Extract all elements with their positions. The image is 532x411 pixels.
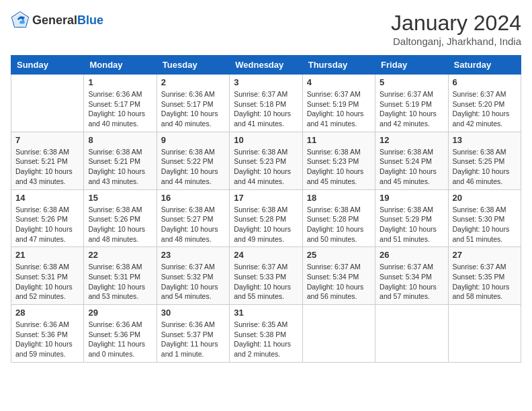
calendar-day-cell: 4Sunrise: 6:37 AMSunset: 5:19 PMDaylight… xyxy=(302,75,375,132)
day-info: Sunrise: 6:38 AMSunset: 5:25 PMDaylight:… xyxy=(453,147,517,187)
day-number: 26 xyxy=(380,250,443,260)
day-number: 31 xyxy=(234,308,298,318)
calendar-day-cell xyxy=(302,305,375,363)
day-info: Sunrise: 6:36 AMSunset: 5:17 PMDaylight:… xyxy=(161,89,225,129)
location-text: Daltonganj, Jharkhand, India xyxy=(391,36,521,47)
day-number: 23 xyxy=(161,250,225,260)
day-number: 28 xyxy=(15,308,79,318)
calendar-day-cell: 21Sunrise: 6:38 AMSunset: 5:31 PMDayligh… xyxy=(11,247,84,305)
day-number: 18 xyxy=(307,193,371,203)
calendar-day-cell: 13Sunrise: 6:38 AMSunset: 5:25 PMDayligh… xyxy=(448,132,521,189)
day-info: Sunrise: 6:37 AMSunset: 5:34 PMDaylight:… xyxy=(307,262,371,302)
day-number: 20 xyxy=(453,193,517,203)
calendar-day-cell: 22Sunrise: 6:38 AMSunset: 5:31 PMDayligh… xyxy=(84,247,157,305)
day-number: 17 xyxy=(234,193,298,203)
day-info: Sunrise: 6:36 AMSunset: 5:37 PMDaylight:… xyxy=(161,320,225,359)
day-info: Sunrise: 6:37 AMSunset: 5:35 PMDaylight:… xyxy=(453,262,517,302)
calendar-day-cell: 9Sunrise: 6:38 AMSunset: 5:22 PMDaylight… xyxy=(157,132,229,189)
day-number: 2 xyxy=(161,77,225,87)
day-number: 16 xyxy=(161,193,225,203)
day-info: Sunrise: 6:38 AMSunset: 5:23 PMDaylight:… xyxy=(234,147,298,187)
calendar-table: SundayMondayTuesdayWednesdayThursdayFrid… xyxy=(11,55,521,363)
logo-blue-text: Blue xyxy=(77,13,103,27)
day-number: 22 xyxy=(88,250,152,260)
day-info: Sunrise: 6:38 AMSunset: 5:28 PMDaylight:… xyxy=(234,205,298,244)
day-info: Sunrise: 6:38 AMSunset: 5:30 PMDaylight:… xyxy=(453,205,517,244)
day-info: Sunrise: 6:38 AMSunset: 5:21 PMDaylight:… xyxy=(88,147,152,187)
calendar-day-cell: 11Sunrise: 6:38 AMSunset: 5:23 PMDayligh… xyxy=(302,132,375,189)
calendar-day-cell: 10Sunrise: 6:38 AMSunset: 5:23 PMDayligh… xyxy=(230,132,302,189)
day-of-week-header: Wednesday xyxy=(230,56,302,75)
calendar-day-cell: 27Sunrise: 6:37 AMSunset: 5:35 PMDayligh… xyxy=(448,247,521,305)
calendar-day-cell: 28Sunrise: 6:36 AMSunset: 5:36 PMDayligh… xyxy=(11,305,84,363)
day-number: 8 xyxy=(88,135,152,145)
month-title: January 2024 xyxy=(391,11,521,36)
day-number: 29 xyxy=(88,308,152,318)
day-number: 13 xyxy=(453,135,517,145)
day-info: Sunrise: 6:37 AMSunset: 5:18 PMDaylight:… xyxy=(234,89,298,129)
day-of-week-header: Friday xyxy=(375,56,448,75)
calendar-day-cell: 19Sunrise: 6:38 AMSunset: 5:29 PMDayligh… xyxy=(375,189,448,247)
day-number: 11 xyxy=(307,135,371,145)
day-info: Sunrise: 6:38 AMSunset: 5:31 PMDaylight:… xyxy=(88,262,152,302)
day-info: Sunrise: 6:36 AMSunset: 5:17 PMDaylight:… xyxy=(88,89,152,129)
calendar-day-cell: 5Sunrise: 6:37 AMSunset: 5:19 PMDaylight… xyxy=(375,75,448,132)
day-info: Sunrise: 6:36 AMSunset: 5:36 PMDaylight:… xyxy=(88,320,152,359)
day-info: Sunrise: 6:37 AMSunset: 5:20 PMDaylight:… xyxy=(453,89,517,129)
day-info: Sunrise: 6:38 AMSunset: 5:23 PMDaylight:… xyxy=(307,147,371,187)
day-number: 14 xyxy=(15,193,79,203)
day-info: Sunrise: 6:38 AMSunset: 5:26 PMDaylight:… xyxy=(88,205,152,244)
day-info: Sunrise: 6:38 AMSunset: 5:27 PMDaylight:… xyxy=(161,205,225,244)
calendar-day-cell: 18Sunrise: 6:38 AMSunset: 5:28 PMDayligh… xyxy=(302,189,375,247)
day-info: Sunrise: 6:38 AMSunset: 5:29 PMDaylight:… xyxy=(380,205,443,244)
day-number: 3 xyxy=(234,77,298,87)
day-number: 1 xyxy=(88,77,152,87)
day-number: 27 xyxy=(453,250,517,260)
day-info: Sunrise: 6:37 AMSunset: 5:19 PMDaylight:… xyxy=(307,89,371,129)
page-header: GeneralBlue January 2024 Daltonganj, Jha… xyxy=(11,11,521,47)
calendar-week-row: 14Sunrise: 6:38 AMSunset: 5:26 PMDayligh… xyxy=(11,189,521,247)
calendar-day-cell: 24Sunrise: 6:37 AMSunset: 5:33 PMDayligh… xyxy=(230,247,302,305)
logo: GeneralBlue xyxy=(11,11,103,30)
calendar-day-cell: 2Sunrise: 6:36 AMSunset: 5:17 PMDaylight… xyxy=(157,75,229,132)
day-number: 7 xyxy=(15,135,79,145)
day-number: 12 xyxy=(380,135,443,145)
day-number: 10 xyxy=(234,135,298,145)
day-of-week-header: Monday xyxy=(84,56,157,75)
day-info: Sunrise: 6:37 AMSunset: 5:19 PMDaylight:… xyxy=(380,89,443,129)
calendar-day-cell: 30Sunrise: 6:36 AMSunset: 5:37 PMDayligh… xyxy=(157,305,229,363)
calendar-day-cell: 23Sunrise: 6:37 AMSunset: 5:32 PMDayligh… xyxy=(157,247,229,305)
day-of-week-header: Saturday xyxy=(448,56,521,75)
calendar-day-cell: 16Sunrise: 6:38 AMSunset: 5:27 PMDayligh… xyxy=(157,189,229,247)
calendar-day-cell: 20Sunrise: 6:38 AMSunset: 5:30 PMDayligh… xyxy=(448,189,521,247)
calendar-week-row: 7Sunrise: 6:38 AMSunset: 5:21 PMDaylight… xyxy=(11,132,521,189)
logo-icon xyxy=(11,11,30,30)
calendar-day-cell xyxy=(11,75,84,132)
calendar-header-row: SundayMondayTuesdayWednesdayThursdayFrid… xyxy=(11,56,521,75)
day-info: Sunrise: 6:37 AMSunset: 5:32 PMDaylight:… xyxy=(161,262,225,302)
calendar-day-cell: 15Sunrise: 6:38 AMSunset: 5:26 PMDayligh… xyxy=(84,189,157,247)
calendar-day-cell: 31Sunrise: 6:35 AMSunset: 5:38 PMDayligh… xyxy=(230,305,302,363)
calendar-week-row: 28Sunrise: 6:36 AMSunset: 5:36 PMDayligh… xyxy=(11,305,521,363)
day-info: Sunrise: 6:38 AMSunset: 5:31 PMDaylight:… xyxy=(15,262,79,302)
day-info: Sunrise: 6:38 AMSunset: 5:28 PMDaylight:… xyxy=(307,205,371,244)
logo-general-text: General xyxy=(32,13,77,27)
day-number: 25 xyxy=(307,250,371,260)
calendar-day-cell: 14Sunrise: 6:38 AMSunset: 5:26 PMDayligh… xyxy=(11,189,84,247)
day-info: Sunrise: 6:36 AMSunset: 5:36 PMDaylight:… xyxy=(15,320,79,359)
day-number: 21 xyxy=(15,250,79,260)
day-number: 30 xyxy=(161,308,225,318)
day-number: 24 xyxy=(234,250,298,260)
svg-marker-0 xyxy=(13,13,28,29)
day-number: 6 xyxy=(453,77,517,87)
day-of-week-header: Tuesday xyxy=(157,56,229,75)
day-number: 4 xyxy=(307,77,371,87)
day-info: Sunrise: 6:35 AMSunset: 5:38 PMDaylight:… xyxy=(234,320,298,359)
day-number: 19 xyxy=(380,193,443,203)
logo-wordmark: GeneralBlue xyxy=(32,13,103,28)
calendar-day-cell: 1Sunrise: 6:36 AMSunset: 5:17 PMDaylight… xyxy=(84,75,157,132)
calendar-day-cell: 8Sunrise: 6:38 AMSunset: 5:21 PMDaylight… xyxy=(84,132,157,189)
day-number: 9 xyxy=(161,135,225,145)
calendar-day-cell: 12Sunrise: 6:38 AMSunset: 5:24 PMDayligh… xyxy=(375,132,448,189)
calendar-day-cell xyxy=(375,305,448,363)
